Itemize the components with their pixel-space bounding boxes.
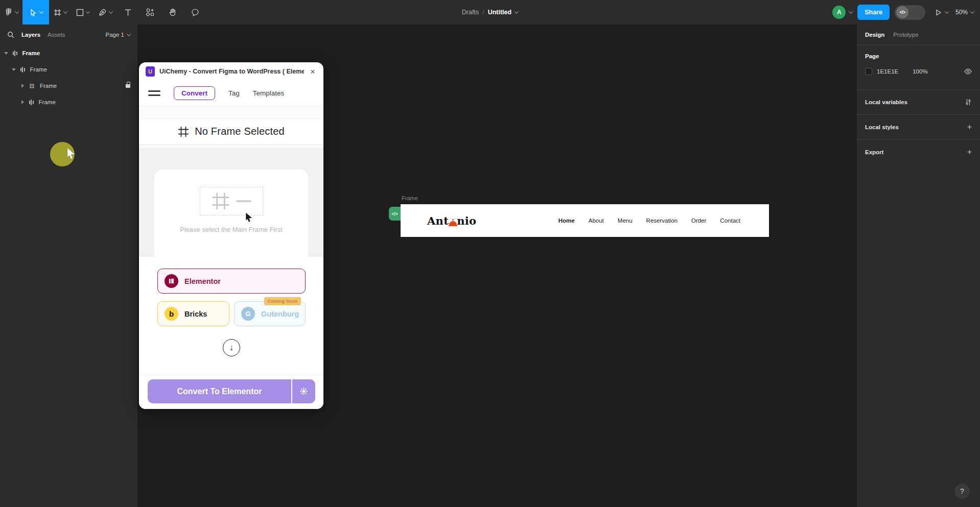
nav-home[interactable]: Home: [558, 218, 575, 224]
main-menu-button[interactable]: [0, 0, 22, 25]
target-elementor-button[interactable]: Elementor: [157, 269, 306, 294]
nav-order[interactable]: Order: [691, 218, 706, 224]
lock-icon[interactable]: [126, 84, 130, 88]
tab-assets[interactable]: Assets: [48, 32, 65, 38]
page-color-hex[interactable]: 1E1E1E: [877, 68, 898, 75]
breadcrumb-separator: /: [482, 9, 484, 16]
gear-icon: [299, 387, 308, 396]
canvas-frame[interactable]: </> Ant nio Home About Menu Reservation …: [401, 204, 769, 237]
page-selector[interactable]: Page 1: [106, 32, 130, 38]
frame-tool-button[interactable]: [49, 0, 72, 25]
tab-prototype[interactable]: Prototype: [893, 32, 918, 38]
logo-text-post: nio: [457, 214, 476, 227]
avatar[interactable]: A: [832, 6, 846, 19]
section-label: Export: [865, 149, 883, 155]
design-panel: Design Prototype Page 1E1E1E 100% Local …: [857, 25, 980, 507]
caret-expanded-icon[interactable]: [12, 68, 16, 71]
plugin-title: UiChemy - Convert Figma to WordPress ( E…: [159, 68, 304, 75]
page-color-opacity[interactable]: 100%: [913, 68, 927, 75]
page-color-swatch[interactable]: [865, 68, 872, 75]
layer-label: Frame: [22, 50, 40, 56]
hamburger-menu-icon[interactable]: [148, 90, 160, 95]
convert-to-elementor-button[interactable]: Convert To Elementor: [148, 379, 291, 403]
frame-icon: [212, 192, 230, 210]
move-cursor-icon: [29, 8, 37, 17]
comment-bubble-icon: [191, 8, 199, 16]
file-name[interactable]: Untitled: [488, 9, 512, 16]
target-label: Gutenburg: [261, 310, 299, 318]
close-icon[interactable]: ×: [309, 66, 317, 77]
cloche-icon: [449, 219, 457, 226]
section-label: Local variables: [865, 99, 907, 105]
dev-mode-toggle[interactable]: </>: [895, 5, 925, 20]
zoom-menu[interactable]: 50%: [955, 9, 974, 16]
chevron-down-icon: [849, 9, 853, 13]
comment-tool-button[interactable]: [184, 0, 206, 25]
sliders-icon: [965, 99, 972, 106]
chevron-down-icon[interactable]: [515, 9, 519, 13]
arrow-down-icon: ↓: [229, 343, 234, 352]
layer-row[interactable]: Frame: [0, 94, 137, 110]
present-menu[interactable]: [935, 9, 948, 16]
chevron-down-icon: [945, 9, 949, 13]
nav-about[interactable]: About: [589, 218, 604, 224]
layer-row[interactable]: Frame: [0, 61, 137, 78]
export-section[interactable]: Export +: [857, 139, 980, 164]
plus-icon[interactable]: +: [967, 123, 972, 132]
share-button[interactable]: Share: [857, 5, 890, 20]
account-menu[interactable]: A: [832, 6, 852, 19]
target-label: Elementor: [184, 277, 221, 285]
layer-row[interactable]: Frame: [0, 78, 137, 94]
breadcrumb-root[interactable]: Drafts: [462, 9, 479, 16]
pen-tool-button[interactable]: [94, 0, 116, 25]
tab-layers[interactable]: Layers: [21, 32, 40, 38]
logo-text-pre: Ant: [427, 214, 449, 227]
caret-collapsed-icon[interactable]: [21, 100, 24, 104]
scroll-down-button[interactable]: ↓: [223, 339, 240, 356]
question-mark-icon: ?: [960, 487, 964, 495]
caret-expanded-icon[interactable]: [4, 52, 8, 55]
chevron-down-icon: [39, 9, 43, 13]
plugin-tabbar: Convert Tag Templates: [139, 81, 323, 106]
pen-tool-icon: [99, 8, 107, 16]
breadcrumb: Drafts / Untitled: [462, 0, 518, 25]
local-styles-section[interactable]: Local styles +: [857, 114, 980, 139]
local-variables-section[interactable]: Local variables: [857, 89, 980, 114]
layer-row[interactable]: Frame: [0, 45, 137, 61]
nav-reservation[interactable]: Reservation: [646, 218, 678, 224]
shape-tool-button[interactable]: [72, 0, 94, 25]
tab-templates[interactable]: Templates: [253, 89, 285, 97]
chevron-down-icon: [63, 9, 67, 13]
site-nav: Home About Menu Reservation Order Contac…: [558, 218, 740, 224]
tab-design[interactable]: Design: [865, 32, 884, 38]
move-tool-button[interactable]: [22, 0, 49, 25]
dev-ready-tag[interactable]: </>: [389, 207, 401, 221]
search-icon[interactable]: [7, 31, 14, 38]
caret-collapsed-icon[interactable]: [21, 84, 24, 88]
target-bricks-button[interactable]: b Bricks: [157, 301, 229, 326]
convert-settings-button[interactable]: [292, 379, 315, 403]
site-logo: Ant nio: [427, 214, 476, 227]
plugin-titlebar[interactable]: U UiChemy - Convert Figma to WordPress (…: [139, 62, 323, 81]
hand-tool-button[interactable]: [161, 0, 184, 25]
hand-tool-icon: [169, 8, 177, 16]
target-gutenburg-button[interactable]: G Gutenburg Coming Soon: [234, 301, 306, 326]
visibility-eye-icon[interactable]: [964, 68, 972, 75]
tab-convert[interactable]: Convert: [174, 86, 215, 100]
nav-menu[interactable]: Menu: [618, 218, 633, 224]
chevron-down-icon: [86, 9, 90, 13]
plus-icon[interactable]: +: [967, 148, 972, 157]
chevron-down-icon: [970, 9, 974, 13]
frame-icon: [178, 126, 189, 137]
cursor-arrow-icon: [244, 212, 254, 223]
canvas-frame-label[interactable]: Frame: [402, 195, 418, 201]
chevron-down-icon: [127, 32, 131, 36]
gutenburg-icon: G: [241, 307, 255, 321]
text-tool-button[interactable]: [116, 0, 139, 25]
actions-tool-button[interactable]: [139, 0, 161, 25]
uichemy-plugin-window: U UiChemy - Convert Figma to WordPress (…: [139, 62, 323, 409]
nav-contact[interactable]: Contact: [720, 218, 740, 224]
tab-tag[interactable]: Tag: [228, 89, 240, 97]
help-button[interactable]: ?: [954, 484, 970, 499]
layer-label: Frame: [39, 99, 56, 105]
